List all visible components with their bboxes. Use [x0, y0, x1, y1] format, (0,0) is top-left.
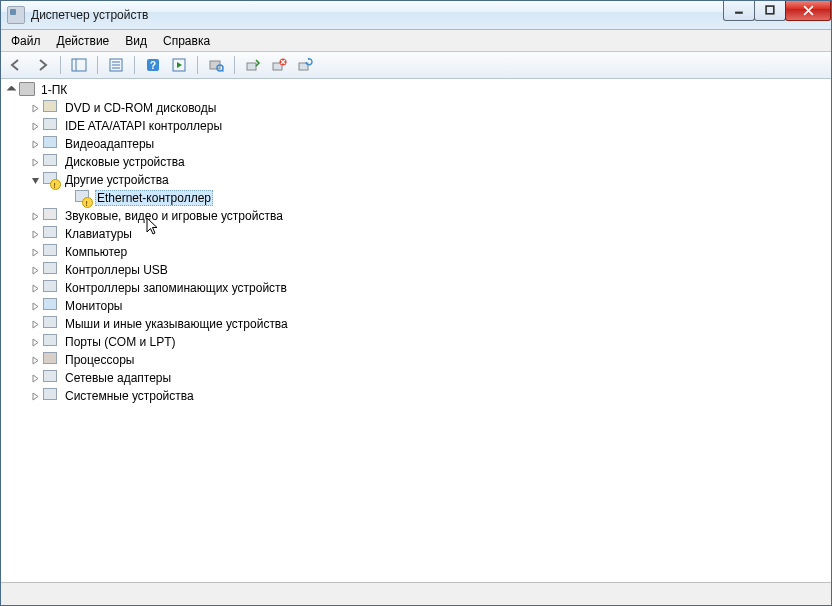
statusbar [1, 582, 831, 605]
expand-icon[interactable] [29, 336, 41, 348]
expand-icon[interactable] [29, 246, 41, 258]
tree-item-ethernet[interactable]: Ethernet-контроллер [47, 189, 831, 207]
ports-icon [43, 334, 59, 350]
update-driver-button[interactable] [242, 54, 264, 76]
tree-item-sound[interactable]: Звуковые, видео и игровые устройства [29, 207, 831, 225]
disk-drive-icon [43, 154, 59, 170]
toolbar-separator [234, 56, 235, 74]
properties-icon [108, 57, 124, 73]
show-hide-tree-button[interactable] [68, 54, 90, 76]
node-label: Звуковые, видео и игровые устройства [63, 209, 285, 223]
collapse-icon[interactable] [29, 174, 41, 186]
close-button[interactable] [785, 0, 831, 21]
play-icon [171, 57, 187, 73]
node-label: Ethernet-контроллер [95, 190, 213, 206]
expand-icon[interactable] [29, 138, 41, 150]
titlebar[interactable]: Диспетчер устройств [1, 1, 831, 30]
node-label: Клавиатуры [63, 227, 134, 241]
minimize-button[interactable] [723, 0, 755, 21]
toolbar-separator [134, 56, 135, 74]
menu-file[interactable]: Файл [3, 32, 49, 50]
expand-icon[interactable] [29, 156, 41, 168]
properties-button[interactable] [105, 54, 127, 76]
tree-item-disk[interactable]: Дисковые устройства [29, 153, 831, 171]
refresh-icon [297, 57, 313, 73]
svg-rect-1 [766, 6, 774, 14]
expand-icon[interactable] [29, 372, 41, 384]
forward-button[interactable] [31, 54, 53, 76]
svg-rect-4 [72, 59, 86, 71]
minimize-icon [734, 5, 745, 16]
node-label: Мониторы [63, 299, 124, 313]
device-tree[interactable]: 1-ПК DVD и CD-ROM дисководы IDE ATA/ATAP… [1, 79, 831, 582]
display-adapter-icon [43, 136, 59, 152]
device-manager-window: Диспетчер устройств Файл Действие Вид Сп… [0, 0, 832, 606]
tree-item-net[interactable]: Сетевые адаптеры [29, 369, 831, 387]
node-label: Контроллеры запоминающих устройств [63, 281, 289, 295]
menu-help[interactable]: Справка [155, 32, 218, 50]
expand-icon[interactable] [29, 282, 41, 294]
arrow-right-icon [34, 57, 50, 73]
expand-icon[interactable] [29, 210, 41, 222]
expand-icon[interactable] [29, 120, 41, 132]
toolbar-separator [97, 56, 98, 74]
node-label: Процессоры [63, 353, 137, 367]
back-button[interactable] [5, 54, 27, 76]
node-label: IDE ATA/ATAPI контроллеры [63, 119, 224, 133]
scan-icon [208, 57, 224, 73]
expand-icon[interactable] [29, 264, 41, 276]
tree-item-storage[interactable]: Контроллеры запоминающих устройств [29, 279, 831, 297]
scan-button[interactable] [205, 54, 227, 76]
tree-item-ide[interactable]: IDE ATA/ATAPI контроллеры [29, 117, 831, 135]
toolbar-separator [197, 56, 198, 74]
node-label: Контроллеры USB [63, 263, 170, 277]
arrow-left-icon [8, 57, 24, 73]
uninstall-icon [271, 57, 287, 73]
expand-icon[interactable] [29, 228, 41, 240]
uninstall-button[interactable] [268, 54, 290, 76]
other-devices-icon [43, 172, 59, 188]
tree-item-dvd[interactable]: DVD и CD-ROM дисководы [29, 99, 831, 117]
tree-item-video[interactable]: Видеоадаптеры [29, 135, 831, 153]
tree-item-keyboard[interactable]: Клавиатуры [29, 225, 831, 243]
computer-category-icon [43, 244, 59, 260]
action-button[interactable] [168, 54, 190, 76]
expand-icon[interactable] [29, 354, 41, 366]
node-label: Мыши и иные указывающие устройства [63, 317, 290, 331]
tree-item-mouse[interactable]: Мыши и иные указывающие устройства [29, 315, 831, 333]
tree-item-system[interactable]: Системные устройства [29, 387, 831, 405]
sound-icon [43, 208, 59, 224]
tree-item-usb[interactable]: Контроллеры USB [29, 261, 831, 279]
tree-item-cpu[interactable]: Процессоры [29, 351, 831, 369]
tree-item-monitor[interactable]: Мониторы [29, 297, 831, 315]
expand-icon[interactable] [29, 300, 41, 312]
node-label: Сетевые адаптеры [63, 371, 173, 385]
expand-icon[interactable] [29, 390, 41, 402]
menu-action[interactable]: Действие [49, 32, 118, 50]
node-label: Видеоадаптеры [63, 137, 156, 151]
menu-view[interactable]: Вид [117, 32, 155, 50]
disable-button[interactable] [294, 54, 316, 76]
network-adapter-icon [43, 370, 59, 386]
node-label: Системные устройства [63, 389, 196, 403]
collapse-icon[interactable] [5, 84, 17, 96]
expand-icon[interactable] [29, 318, 41, 330]
node-label: Другие устройства [63, 173, 171, 187]
tree-item-other[interactable]: Другие устройства [29, 171, 831, 189]
node-label: DVD и CD-ROM дисководы [63, 101, 218, 115]
close-icon [803, 5, 814, 16]
maximize-button[interactable] [754, 0, 786, 21]
expand-icon[interactable] [29, 102, 41, 114]
unknown-device-icon [75, 190, 91, 206]
tree-item-ports[interactable]: Порты (COM и LPT) [29, 333, 831, 351]
toolbar: ? [1, 52, 831, 79]
tree-root[interactable]: 1-ПК [5, 81, 831, 99]
panel-icon [71, 57, 87, 73]
help-button[interactable]: ? [142, 54, 164, 76]
storage-controller-icon [43, 280, 59, 296]
app-icon [7, 6, 25, 24]
processor-icon [43, 352, 59, 368]
svg-line-15 [222, 70, 224, 72]
menubar: Файл Действие Вид Справка [1, 30, 831, 52]
tree-item-computer[interactable]: Компьютер [29, 243, 831, 261]
